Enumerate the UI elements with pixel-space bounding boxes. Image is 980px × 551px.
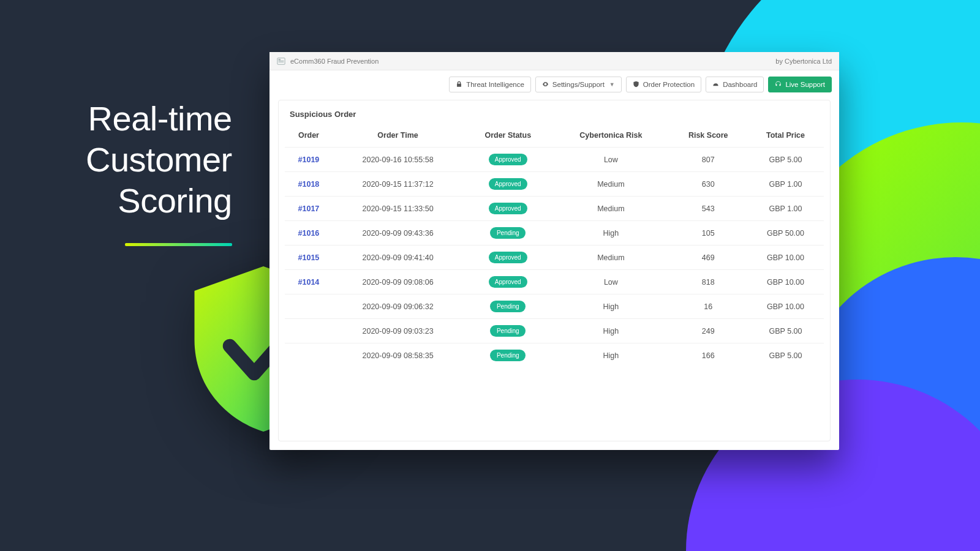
cell-total: GBP 1.00	[747, 172, 824, 197]
titlebar: eComm360 Fraud Prevention by Cybertonica…	[270, 52, 839, 70]
table-row: 2020-09-09 09:06:32PendingHigh16GBP 10.0…	[285, 294, 824, 319]
cell-order: #1014	[285, 270, 333, 294]
cell-total: GBP 1.00	[747, 197, 824, 221]
order-link[interactable]: #1015	[298, 253, 320, 262]
table-row: #10182020-09-15 11:37:12ApprovedMedium63…	[285, 172, 824, 197]
cell-time: 2020-09-09 09:41:40	[333, 246, 463, 270]
table-row: #10162020-09-09 09:43:36PendingHigh105GB…	[285, 221, 824, 246]
cell-total: GBP 5.00	[747, 319, 824, 343]
table-row: 2020-09-09 08:58:35PendingHigh166GBP 5.0…	[285, 343, 824, 368]
cell-score: 543	[669, 197, 747, 221]
status-badge: Approved	[489, 276, 527, 288]
col-order-time: Order Time	[333, 125, 463, 148]
table-scroll[interactable]: Order Order Time Order Status Cybertonic…	[279, 125, 830, 441]
cell-score: 249	[669, 319, 747, 343]
settings-support-label: Settings/Support	[552, 81, 605, 88]
table-header-row: Order Order Time Order Status Cybertonic…	[285, 125, 824, 148]
card-title: Suspicious Order	[279, 100, 830, 125]
order-link[interactable]: #1014	[298, 278, 320, 287]
threat-intelligence-label: Threat Intelligence	[466, 81, 524, 88]
cell-risk: High	[552, 319, 669, 343]
gear-icon	[542, 81, 549, 89]
cell-status: Approved	[463, 148, 552, 172]
cell-time: 2020-09-15 11:37:12	[333, 172, 463, 197]
dashboard-label: Dashboard	[723, 81, 757, 88]
cell-total: GBP 10.00	[747, 246, 824, 270]
cell-score: 16	[669, 294, 747, 319]
cell-time: 2020-09-15 11:33:50	[333, 197, 463, 221]
col-risk: Cybertonica Risk	[552, 125, 669, 148]
hero-underline	[125, 243, 232, 246]
cell-risk: High	[552, 221, 669, 246]
order-link[interactable]: #1016	[298, 229, 320, 238]
cell-score: 469	[669, 246, 747, 270]
chevron-down-icon: ▼	[609, 81, 615, 88]
cell-score: 105	[669, 221, 747, 246]
threat-intelligence-button[interactable]: Threat Intelligence	[449, 77, 531, 92]
status-badge: Approved	[489, 252, 527, 263]
cell-status: Pending	[463, 319, 552, 343]
cell-risk: Low	[552, 148, 669, 172]
table-row: 2020-09-09 09:03:23PendingHigh249GBP 5.0…	[285, 319, 824, 343]
headset-icon	[775, 81, 782, 89]
cell-score: 166	[669, 343, 747, 368]
cell-risk: Medium	[552, 246, 669, 270]
status-badge: Pending	[490, 227, 526, 239]
toolbar: Threat Intelligence Settings/Support ▼ O…	[270, 70, 839, 96]
cell-total: GBP 5.00	[747, 343, 824, 368]
live-support-label: Live Support	[785, 81, 825, 88]
cell-order	[285, 343, 333, 368]
cell-time: 2020-09-09 09:06:32	[333, 294, 463, 319]
order-link[interactable]: #1017	[298, 204, 320, 213]
cell-status: Pending	[463, 294, 552, 319]
dashboard-button[interactable]: Dashboard	[706, 77, 764, 92]
lock-icon	[456, 81, 462, 89]
cell-time: 2020-09-09 08:58:35	[333, 343, 463, 368]
order-protection-button[interactable]: Order Protection	[626, 77, 701, 92]
hero-title: Real-time Customer Scoring	[86, 98, 232, 222]
cell-total: GBP 50.00	[747, 221, 824, 246]
status-badge: Pending	[490, 301, 526, 312]
order-protection-label: Order Protection	[643, 81, 695, 88]
order-link[interactable]: #1018	[298, 180, 320, 189]
cell-time: 2020-09-09 09:08:06	[333, 270, 463, 294]
app-byline: by Cybertonica Ltd	[775, 58, 832, 65]
status-badge: Approved	[489, 178, 527, 190]
orders-table: Order Order Time Order Status Cybertonic…	[285, 125, 824, 367]
col-order: Order	[285, 125, 333, 148]
cell-status: Pending	[463, 343, 552, 368]
settings-support-button[interactable]: Settings/Support ▼	[535, 77, 622, 92]
app-window: eComm360 Fraud Prevention by Cybertonica…	[270, 52, 839, 450]
cell-status: Approved	[463, 172, 552, 197]
table-row: #10172020-09-15 11:33:50ApprovedMedium54…	[285, 197, 824, 221]
shield-icon	[633, 81, 639, 89]
cell-order	[285, 294, 333, 319]
cell-order: #1015	[285, 246, 333, 270]
cell-order: #1019	[285, 148, 333, 172]
gauge-icon	[712, 81, 719, 89]
hero-line-2: Customer	[86, 140, 232, 179]
cell-status: Approved	[463, 270, 552, 294]
cell-status: Approved	[463, 197, 552, 221]
cell-status: Approved	[463, 246, 552, 270]
cell-order	[285, 319, 333, 343]
cell-time: 2020-09-16 10:55:58	[333, 148, 463, 172]
cell-time: 2020-09-09 09:43:36	[333, 221, 463, 246]
hero-line-3: Scoring	[118, 181, 232, 220]
app-title: eComm360 Fraud Prevention	[290, 58, 379, 65]
svg-rect-3	[279, 61, 284, 62]
cell-total: GBP 5.00	[747, 148, 824, 172]
cell-total: GBP 10.00	[747, 270, 824, 294]
cell-risk: High	[552, 294, 669, 319]
cell-score: 818	[669, 270, 747, 294]
col-order-status: Order Status	[463, 125, 552, 148]
col-total: Total Price	[747, 125, 824, 148]
table-row: #10142020-09-09 09:08:06ApprovedLow818GB…	[285, 270, 824, 294]
order-link[interactable]: #1019	[298, 156, 320, 164]
app-icon	[277, 57, 285, 66]
status-badge: Pending	[490, 350, 526, 361]
hero-line-1: Real-time	[88, 99, 232, 138]
svg-rect-2	[279, 61, 284, 61]
cell-score: 630	[669, 172, 747, 197]
live-support-button[interactable]: Live Support	[768, 77, 832, 92]
